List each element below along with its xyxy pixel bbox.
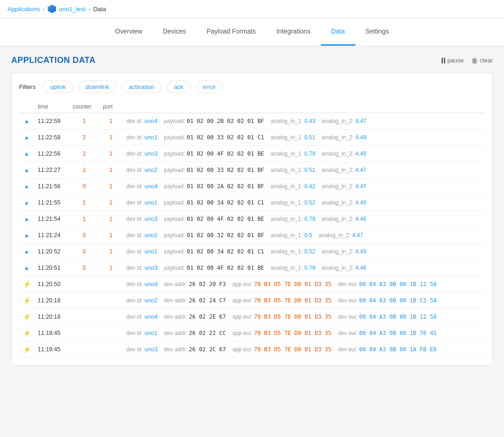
dev-id-link[interactable]: uno4 <box>145 314 158 320</box>
th-data <box>123 101 485 113</box>
filter-downlink[interactable]: downlink <box>78 81 116 93</box>
table-row: ▲ 11:21:24 0 1 dev id: uno2 payload: 01 … <box>19 227 485 244</box>
th-port: port <box>99 101 123 113</box>
dev-id-link[interactable]: uno2 <box>145 297 158 304</box>
filter-ack[interactable]: ack <box>167 81 190 93</box>
activation-icon: ⚡ <box>23 346 30 353</box>
row-port: 1 <box>99 178 123 195</box>
row-icon-cell: ▲ <box>19 260 34 276</box>
payload-label: payload: <box>164 183 185 190</box>
analog-in-2-label: analog_in_2: <box>322 265 354 271</box>
tab-devices[interactable]: Devices <box>152 18 196 46</box>
row-counter: 1 <box>69 195 99 211</box>
filter-error[interactable]: error <box>196 81 222 93</box>
row-time: 11:22:56 <box>34 146 69 162</box>
breadcrumb-sep-1: › <box>43 6 45 13</box>
dev-eui-value: 00 04 A3 0B 00 1B 12 58 <box>359 281 436 287</box>
dev-eui-label: dev eui: <box>338 281 358 287</box>
tab-overview[interactable]: Overview <box>105 18 152 46</box>
dev-eui-value: 00 04 A3 0B 00 1B 12 58 <box>359 314 436 320</box>
row-icon-cell: ▲ <box>19 130 34 146</box>
uplink-icon: ▲ <box>23 166 30 174</box>
clear-button[interactable]: 🗑 clear <box>471 57 493 64</box>
app-eui-label: app eui: <box>232 314 252 320</box>
row-port: 1 <box>99 146 123 162</box>
row-time: 11:21:56 <box>34 178 69 195</box>
tab-data[interactable]: Data <box>321 18 355 46</box>
tab-integrations[interactable]: Integrations <box>266 18 321 46</box>
dev-id-link[interactable]: uno4 <box>145 118 158 124</box>
app-data-header: APPLICATION DATA pause 🗑 clear <box>11 55 493 65</box>
dev-id-link[interactable]: uno1 <box>145 134 158 141</box>
analog-in-1-label: analog_in_1: <box>271 265 303 271</box>
row-counter-empty <box>69 276 99 293</box>
dev-id-link[interactable]: uno4 <box>145 183 158 190</box>
breadcrumb-app-name[interactable]: uno1_test <box>59 6 85 13</box>
row-data: dev id: uno1 payload: 01 02 00 34 02 02 … <box>123 244 485 260</box>
dev-id-link[interactable]: uno3 <box>145 216 158 222</box>
dev-id-label: dev id: <box>126 216 143 222</box>
app-eui-value: 70 B3 D5 7E D0 01 D3 35 <box>254 330 331 336</box>
row-counter: 0 <box>69 244 99 260</box>
analog-in-1-value: 0.52 <box>304 248 315 255</box>
analog-in-1-label: analog_in_1: <box>271 118 303 124</box>
dev-id-label: dev id: <box>126 346 143 353</box>
analog-in-1-value: 0.43 <box>304 118 315 124</box>
dev-id-link[interactable]: uno1 <box>145 199 158 206</box>
dev-eui-label: dev eui: <box>338 346 358 353</box>
analog-in-2-label: analog_in_2: <box>322 150 354 157</box>
table-row: ▲ 11:22:56 2 1 dev id: uno3 payload: 01 … <box>19 146 485 162</box>
row-counter: 0 <box>69 227 99 244</box>
table-row: ▲ 11:21:56 0 1 dev id: uno4 payload: 01 … <box>19 178 485 195</box>
app-eui-label: app eui: <box>232 297 252 304</box>
payload-label: payload: <box>164 265 185 271</box>
row-counter-empty <box>69 309 99 325</box>
analog-in-1-label: analog_in_1: <box>271 248 303 255</box>
activation-icon: ⚡ <box>23 280 30 288</box>
row-data: dev id: uno3 payload: 01 02 00 4F 02 02 … <box>123 260 485 276</box>
row-time: 11:22:27 <box>34 162 69 178</box>
th-time: time <box>34 101 69 113</box>
breadcrumb-applications[interactable]: Applications <box>7 6 40 13</box>
filters-section: Filters uplink downlink activation ack e… <box>11 73 493 366</box>
dev-id-link[interactable]: uno3 <box>145 346 158 353</box>
uplink-icon: ▲ <box>23 183 30 190</box>
dev-id-link[interactable]: uno1 <box>145 330 158 336</box>
row-time: 11:20:50 <box>34 276 69 293</box>
row-icon-cell: ⚡ <box>19 293 34 309</box>
analog-in-2-label: analog_in_2: <box>322 134 354 141</box>
dev-id-link[interactable]: uno2 <box>145 167 158 173</box>
dev-id-link[interactable]: uno3 <box>145 150 158 157</box>
row-data: dev id: uno4 dev addr: 26 02 2E 67 app e… <box>123 309 485 325</box>
filter-activation[interactable]: activation <box>122 81 161 93</box>
table-row: ▲ 11:22:58 2 1 dev id: uno1 payload: 01 … <box>19 130 485 146</box>
filter-uplink[interactable]: uplink <box>43 81 73 93</box>
payload-label: payload: <box>164 118 185 124</box>
row-port-empty <box>99 293 123 309</box>
dev-addr-label: dev addr: <box>164 314 187 320</box>
tab-payload-formats[interactable]: Payload Formats <box>196 18 266 46</box>
row-port: 1 <box>99 260 123 276</box>
dev-id-link[interactable]: uno3 <box>145 265 158 271</box>
dev-id-link[interactable]: uno2 <box>145 232 158 239</box>
analog-in-2-label: analog_in_2: <box>318 232 351 239</box>
analog-in-2-value: 4.47 <box>355 183 366 190</box>
tab-settings[interactable]: Settings <box>355 18 400 46</box>
dev-id-link[interactable]: uno1 <box>145 248 158 255</box>
activation-icon: ⚡ <box>23 313 30 321</box>
analog-in-2-label: analog_in_2: <box>322 199 354 206</box>
dev-addr-label: dev addr: <box>164 346 187 353</box>
pause-icon <box>442 58 445 63</box>
app-eui-label: app eui: <box>232 346 252 353</box>
pause-button[interactable]: pause <box>442 57 463 64</box>
dev-id-link[interactable]: uno4 <box>145 281 158 287</box>
row-port-empty <box>99 341 123 358</box>
row-port: 1 <box>99 244 123 260</box>
analog-in-1-value: 0.79 <box>304 216 315 222</box>
payload-label: payload: <box>164 199 185 206</box>
payload-value: 01 02 00 4F 02 02 01 BE <box>186 216 264 222</box>
analog-in-2-label: analog_in_2: <box>322 183 354 190</box>
dev-id-label: dev id: <box>126 232 143 239</box>
row-time: 11:19:45 <box>34 325 69 341</box>
payload-value: 01 02 00 4F 02 02 01 BE <box>186 265 264 271</box>
